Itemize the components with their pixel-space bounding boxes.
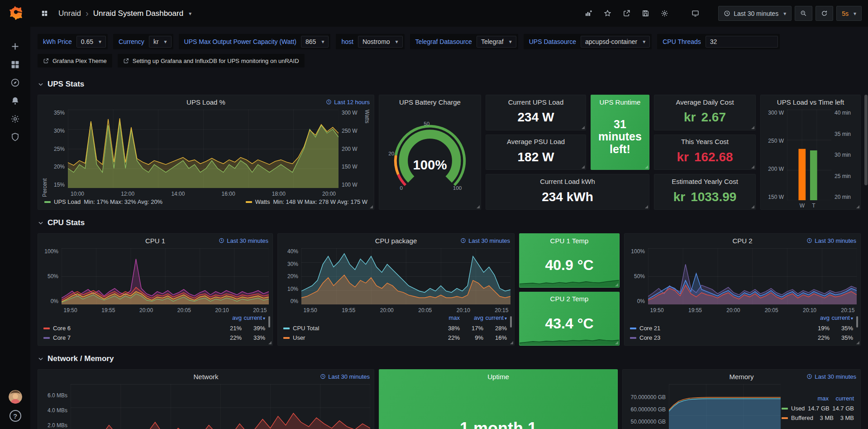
create-plus-icon[interactable] — [6, 37, 25, 55]
legend-scrollbar[interactable] — [268, 316, 270, 342]
explore-compass-icon[interactable] — [6, 73, 25, 92]
x-axis-ticks: 19:5019:5520:0020:0520:1020:15 — [62, 304, 269, 313]
legend-sort-avg[interactable]: avg — [806, 314, 830, 323]
panel-cpu2-temp: CPU 2 Temp 43.4 °C — [519, 292, 620, 346]
refresh-interval-picker[interactable]: 5s ▾ — [836, 6, 862, 21]
legend-row-core21[interactable]: Core 21 19% 35% — [630, 323, 853, 333]
star-button[interactable] — [600, 6, 615, 21]
panel-title[interactable]: CPU 2 Last 30 minutes — [625, 234, 860, 247]
legend-sort-current[interactable]: current — [830, 314, 853, 323]
variable-ups-datasource[interactable]: UPS Datasource apcupsd-container▾ — [524, 34, 652, 49]
gauge-tick-0: 0 — [400, 185, 403, 191]
scrollbar-thumb[interactable] — [864, 95, 868, 185]
alerting-bell-icon[interactable] — [6, 92, 25, 110]
variable-ups-max-output[interactable]: UPS Max Output Power Capacity (Watt) 865… — [179, 34, 331, 49]
ups-load-chart[interactable] — [68, 110, 339, 188]
ups-bar-chart[interactable] — [787, 110, 831, 200]
add-panel-button[interactable] — [581, 6, 596, 21]
legend-sort-max[interactable]: max — [436, 314, 460, 323]
variable-telegraf-datasource[interactable]: Telegraf Datasource Telegraf▾ — [410, 34, 518, 49]
panel-title[interactable]: Memory Last 30 minutes — [623, 370, 860, 383]
panel-title[interactable]: Network Last 30 minutes — [38, 370, 374, 383]
legend-item-ups-load[interactable]: UPS Load Min: 17% Max: 32% Avg: 20% — [44, 198, 162, 205]
zoom-out-button[interactable] — [795, 6, 812, 21]
panel-network: Network Last 30 minutes 6.0 MBs4.0 MBs2.… — [38, 369, 374, 429]
page-scrollbar[interactable] — [864, 27, 868, 429]
cpu1-temp-sparkline — [520, 273, 619, 287]
legend-sort-current[interactable]: current — [829, 395, 854, 404]
configuration-gear-icon[interactable] — [6, 110, 25, 128]
help-icon[interactable]: ? — [10, 410, 21, 422]
legend-row-user[interactable]: User 22% 9% 16% — [283, 333, 507, 342]
legend-scrollbar[interactable] — [856, 316, 858, 342]
panel-title[interactable]: Current Load kWh — [486, 174, 649, 188]
legend-sort-max[interactable]: max — [803, 395, 829, 404]
panel-title[interactable]: CPU 1 Last 30 minutes — [38, 234, 272, 247]
panel-title[interactable]: CPU 2 Temp — [520, 292, 619, 306]
stat-value: kr162.68 — [654, 149, 755, 170]
legend: avg current Core 6 21% 39% Core 7 22% 33… — [38, 313, 272, 345]
legend-row-core7[interactable]: Core 7 22% 33% — [43, 333, 265, 342]
legend-sort-avg[interactable]: avg — [218, 314, 242, 323]
dashboard-settings-button[interactable] — [657, 6, 672, 21]
variable-host[interactable]: host Nostromo▾ — [336, 34, 404, 49]
section-cpu-stats[interactable]: CPU Stats — [38, 216, 861, 230]
panel-title[interactable]: This Years Cost — [654, 135, 755, 149]
share-button[interactable] — [619, 6, 634, 21]
time-range-picker[interactable]: Last 30 minutes ▾ — [718, 6, 792, 21]
cpu1-chart[interactable] — [62, 248, 269, 304]
cpu2-chart[interactable] — [648, 248, 857, 304]
panel-time-override: Last 30 minutes — [320, 373, 370, 380]
legend-item-watts[interactable]: Watts Min: 148 W Max: 278 W Avg: 175 W — [246, 198, 367, 205]
legend-row-buffered[interactable]: Buffered 3 MB 3 MB — [782, 413, 854, 423]
legend-row-core6[interactable]: Core 6 21% 39% — [43, 323, 265, 333]
legend: UPS Load Min: 17% Max: 32% Avg: 20% Watt… — [38, 197, 374, 209]
legend-row-cpu-total[interactable]: CPU Total 38% 17% 28% — [283, 323, 507, 333]
panel-title[interactable]: CPU 1 Temp — [520, 234, 619, 247]
variable-kwh-price[interactable]: kWh Price 0.65▾ — [38, 34, 108, 49]
server-admin-shield-icon[interactable] — [6, 128, 25, 146]
legend-sort-current[interactable]: current — [242, 314, 265, 323]
variable-currency[interactable]: Currency kr▾ — [113, 34, 173, 49]
grafana-logo-icon[interactable] — [7, 5, 24, 22]
panel-title[interactable]: Estimated Yearly Cost — [654, 174, 755, 188]
legend-row-used[interactable]: Used 14.7 GB 14.7 GB — [782, 404, 854, 413]
panel-title[interactable]: UPS Load vs Time left — [761, 95, 860, 109]
x-axis-ticks: 19:5019:5520:0020:0520:1020:15 — [648, 304, 857, 313]
section-network-memory[interactable]: Network / Memory — [38, 352, 861, 366]
cpu-package-chart[interactable] — [301, 248, 510, 304]
panel-title[interactable]: Average PSU Load — [486, 135, 586, 149]
variable-cpu-threads[interactable]: CPU Threads 32 — [657, 34, 780, 49]
breadcrumb-dashboard-title[interactable]: Unraid System Dashboard — [93, 9, 183, 18]
panel-title-battery[interactable]: UPS Battery Charge — [379, 95, 481, 109]
panel-title[interactable]: UPS Runtime — [591, 95, 649, 109]
battery-gauge[interactable]: 0 20 50 100 100% — [379, 109, 481, 209]
memory-chart[interactable] — [669, 384, 781, 429]
panel-title[interactable]: Average Daily Cost — [654, 95, 755, 109]
network-chart[interactable] — [71, 384, 370, 429]
save-button[interactable] — [638, 6, 653, 21]
panel-title[interactable]: Uptime — [379, 370, 617, 383]
refresh-button[interactable] — [816, 6, 833, 21]
legend-sort-current[interactable]: current — [483, 314, 507, 323]
dashboards-icon[interactable] — [6, 55, 25, 73]
panel-title[interactable]: CPU package Last 30 minutes — [278, 234, 514, 247]
user-avatar[interactable] — [9, 390, 22, 404]
link-grafana-plex-theme[interactable]: Grafana Plex Theme — [38, 54, 112, 67]
panel-title[interactable]: Current UPS Load — [486, 95, 586, 109]
legend-sort-avg[interactable]: avg — [460, 314, 483, 323]
dashboard-dropdown-caret[interactable]: ▾ — [189, 10, 191, 17]
legend-row-core23[interactable]: Core 23 22% 35% — [630, 333, 853, 342]
link-ups-monitoring-guide[interactable]: Setting up Grafana and InfluxDB for UPS … — [118, 54, 305, 67]
apps-grid-icon[interactable] — [37, 6, 52, 21]
panel-title-ups-load[interactable]: UPS Load % Last 12 hours — [38, 95, 374, 109]
breadcrumb-org[interactable]: Unraid — [58, 9, 81, 18]
breadcrumb-separator: › — [86, 8, 89, 19]
panel-cpu1: CPU 1 Last 30 minutes 100%50%0% 19:5019:… — [38, 233, 273, 346]
zoom-out-icon — [800, 10, 807, 17]
section-ups-stats[interactable]: UPS Stats — [38, 77, 861, 91]
y-axis-label-left: Percent — [42, 110, 48, 197]
y-axis-ticks: 70.000000 GB60.000000 GB50.000000 GB — [626, 384, 669, 429]
legend-scrollbar[interactable] — [510, 316, 512, 342]
cycle-view-monitor-button[interactable] — [687, 6, 703, 21]
